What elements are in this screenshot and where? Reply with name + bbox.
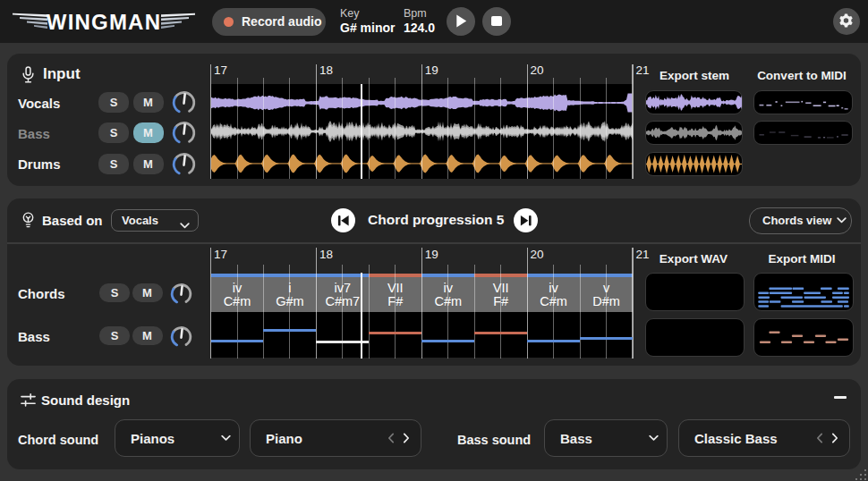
svg-text:WINGMAN: WINGMAN (47, 10, 161, 34)
